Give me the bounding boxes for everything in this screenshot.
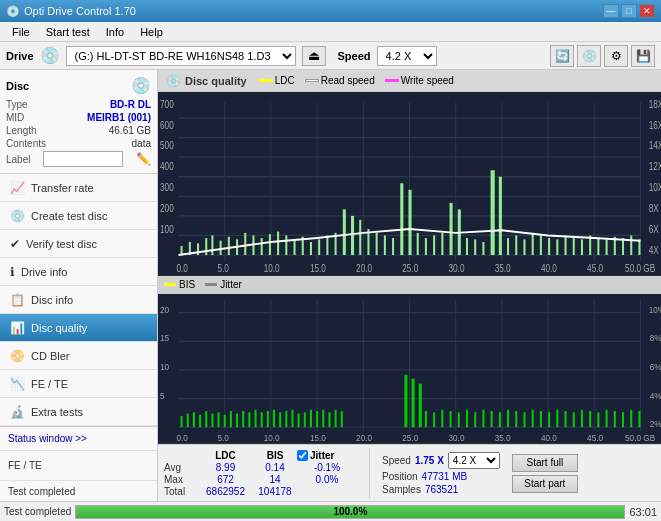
sidebar-item-verify-test-disc[interactable]: ✔ Verify test disc	[0, 230, 157, 258]
test-completed-label: Test completed	[8, 486, 75, 497]
stats-table: LDC BIS Jitter Avg 8.99 0.14 -0.1%	[164, 450, 357, 497]
max-ldc: 672	[198, 474, 253, 485]
svg-text:6%: 6%	[650, 361, 661, 372]
svg-rect-128	[187, 413, 189, 427]
svg-rect-38	[211, 235, 213, 255]
drive-label: Drive	[6, 50, 34, 62]
svg-rect-56	[359, 220, 361, 255]
menu-info[interactable]: Info	[98, 24, 132, 40]
svg-rect-159	[441, 409, 443, 426]
svg-rect-152	[335, 409, 337, 426]
maximize-button[interactable]: □	[621, 4, 637, 18]
start-part-button[interactable]: Start part	[512, 475, 578, 493]
svg-rect-140	[261, 412, 263, 427]
svg-text:600: 600	[160, 120, 174, 131]
sidebar-item-disc-info[interactable]: 📋 Disc info	[0, 286, 157, 314]
menu-start-test[interactable]: Start test	[38, 24, 98, 40]
svg-rect-40	[228, 237, 230, 255]
ldc-color	[259, 79, 273, 82]
svg-rect-177	[589, 411, 591, 427]
sidebar-item-transfer-rate[interactable]: 📈 Transfer rate	[0, 174, 157, 202]
sidebar-item-cd-bler[interactable]: 📀 CD Bler	[0, 342, 157, 370]
jitter-label: Jitter	[220, 279, 242, 290]
status-window-button[interactable]: Status window >>	[0, 427, 157, 451]
transfer-rate-icon: 📈	[10, 181, 25, 195]
ldc-chart: 18X 16X 14X 12X 10X 8X 6X 4X 700 600 500…	[158, 92, 661, 276]
svg-rect-61	[400, 183, 403, 255]
label-key: Label	[6, 154, 30, 165]
disc-info-icon: 📋	[10, 293, 25, 307]
close-button[interactable]: ✕	[639, 4, 655, 18]
svg-rect-180	[614, 411, 616, 427]
svg-rect-161	[458, 412, 460, 427]
svg-rect-156	[419, 383, 422, 427]
save-button[interactable]: 💾	[631, 45, 655, 67]
start-full-button[interactable]: Start full	[512, 454, 578, 472]
sidebar-item-drive-info[interactable]: ℹ Drive info	[0, 258, 157, 286]
drive-icon-group: 🔄 💿 ⚙ 💾	[550, 45, 655, 67]
avg-bis: 0.14	[255, 462, 295, 473]
sidebar-item-fe-te[interactable]: 📉 FE / TE	[0, 370, 157, 398]
sidebar-item-create-test-disc[interactable]: 💿 Create test disc	[0, 202, 157, 230]
svg-rect-138	[248, 412, 250, 427]
ldc-chart-svg: 18X 16X 14X 12X 10X 8X 6X 4X 700 600 500…	[158, 92, 661, 275]
jitter-checkbox[interactable]	[297, 450, 308, 461]
svg-rect-52	[326, 235, 328, 255]
svg-text:40.0: 40.0	[541, 263, 557, 274]
position-value: 47731 MB	[422, 471, 468, 482]
svg-text:15.0: 15.0	[310, 263, 326, 274]
label-icon[interactable]: ✏️	[136, 152, 151, 166]
legend-write-speed: Write speed	[385, 75, 454, 86]
speed-stat-value: 1.75 X	[415, 455, 444, 466]
menu-file[interactable]: File	[4, 24, 38, 40]
max-row-label: Max	[164, 474, 196, 485]
svg-text:20: 20	[160, 304, 169, 315]
sidebar-item-drive-info-label: Drive info	[21, 266, 67, 278]
svg-rect-141	[267, 411, 269, 427]
svg-rect-76	[523, 239, 525, 255]
svg-text:16X: 16X	[649, 120, 661, 131]
svg-rect-37	[205, 238, 207, 255]
contents-key: Contents	[6, 138, 46, 149]
svg-rect-144	[285, 411, 287, 427]
disc-button[interactable]: 💿	[577, 45, 601, 67]
svg-text:4%: 4%	[650, 389, 661, 400]
svg-rect-45	[269, 234, 271, 255]
mid-key: MID	[6, 112, 24, 123]
speed-select[interactable]: 4.2 X	[377, 46, 437, 66]
svg-rect-133	[218, 412, 220, 427]
settings-button[interactable]: ⚙	[604, 45, 628, 67]
drive-select[interactable]: (G:) HL-DT-ST BD-RE WH16NS48 1.D3	[66, 46, 296, 66]
svg-rect-51	[318, 239, 320, 255]
samples-label: Samples	[382, 484, 421, 495]
svg-rect-151	[328, 412, 330, 427]
svg-text:2%: 2%	[650, 418, 661, 429]
samples-value: 763521	[425, 484, 458, 495]
svg-rect-79	[548, 238, 550, 255]
cd-bler-icon: 📀	[10, 349, 25, 363]
refresh-button[interactable]: 🔄	[550, 45, 574, 67]
sidebar-item-disc-quality-label: Disc quality	[31, 322, 87, 334]
svg-rect-166	[499, 412, 501, 427]
sidebar-item-disc-quality[interactable]: 📊 Disc quality	[0, 314, 157, 342]
svg-rect-39	[220, 241, 222, 255]
window-controls: — □ ✕	[603, 4, 655, 18]
speed-stat-select[interactable]: 4.2 X	[448, 452, 500, 469]
minimize-button[interactable]: —	[603, 4, 619, 18]
svg-text:20.0: 20.0	[356, 432, 372, 443]
bottom-bar: Test completed 100.0% 63:01	[0, 501, 661, 521]
svg-rect-67	[450, 203, 453, 255]
stats-divider	[369, 448, 370, 498]
speed-position-panel: Speed 1.75 X 4.2 X Position 47731 MB Sam…	[382, 452, 500, 495]
svg-rect-47	[285, 235, 287, 255]
svg-rect-179	[606, 409, 608, 426]
sidebar-item-extra-tests[interactable]: 🔬 Extra tests	[0, 398, 157, 426]
menu-help[interactable]: Help	[132, 24, 171, 40]
svg-rect-183	[638, 411, 640, 427]
eject-button[interactable]: ⏏	[302, 46, 326, 66]
svg-rect-170	[532, 409, 534, 426]
svg-rect-89	[630, 235, 632, 255]
fe-te-area: FE / TE	[0, 451, 157, 481]
svg-text:0.0: 0.0	[176, 263, 187, 274]
label-input[interactable]	[43, 151, 123, 167]
